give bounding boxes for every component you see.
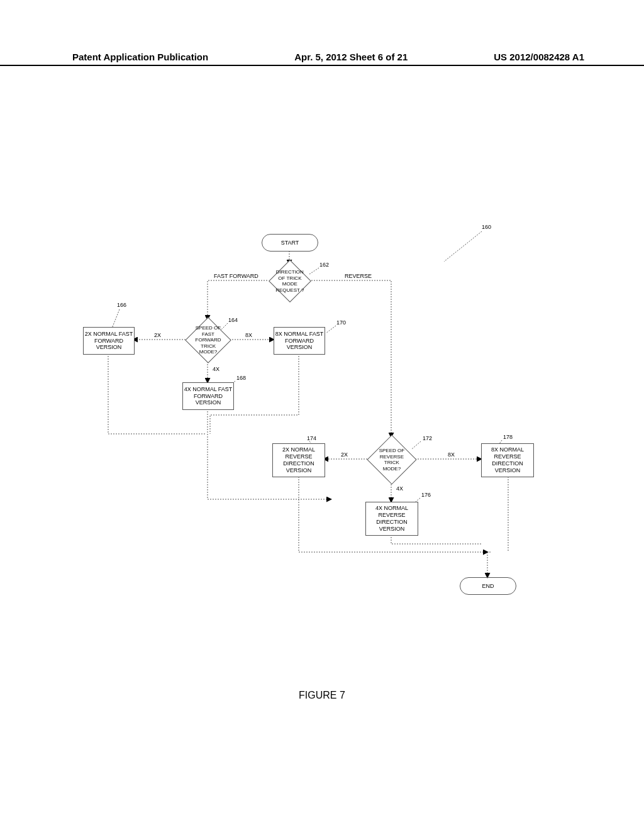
ref-162: 162 — [319, 262, 329, 268]
svg-line-10 — [444, 231, 482, 262]
flowchart: START DIRECTION OF TRICK MODE REQUEST ? … — [82, 226, 572, 679]
box-ff-2x: 2X NORMAL FAST FORWARD VERSION — [83, 327, 135, 355]
figure-caption: FIGURE 7 — [0, 690, 644, 701]
ref-172: 172 — [423, 435, 432, 441]
ref-178: 178 — [503, 434, 513, 440]
end-node: END — [460, 577, 516, 595]
ref-160: 160 — [482, 224, 491, 230]
svg-line-12 — [112, 309, 119, 328]
ref-168: 168 — [236, 375, 246, 381]
header-center: Apr. 5, 2012 Sheet 6 of 21 — [294, 52, 408, 62]
edge-ff-2x: 2X — [154, 332, 161, 338]
svg-line-9 — [309, 268, 319, 274]
svg-line-15 — [412, 441, 421, 449]
header-left: Patent Application Publication — [72, 52, 208, 62]
svg-line-14 — [326, 326, 336, 333]
box-rv-2x: 2X NORMAL REVERSE DIRECTION VERSION — [272, 443, 325, 477]
ref-176: 176 — [421, 492, 431, 498]
ref-166: 166 — [117, 302, 126, 308]
box-ff-8x: 8X NORMAL FAST FORWARD VERSION — [274, 327, 325, 355]
box-rv-8x: 8X NORMAL REVERSE DIRECTION VERSION — [481, 443, 534, 477]
edge-ff-8x: 8X — [245, 332, 252, 338]
ref-174: 174 — [307, 435, 316, 441]
ref-164: 164 — [228, 317, 238, 323]
ref-170: 170 — [336, 319, 346, 326]
edge-rv-2x: 2X — [341, 451, 348, 458]
box-rv-4x: 4X NORMAL REVERSE DIRECTION VERSION — [365, 502, 418, 536]
edge-reverse: REVERSE — [345, 273, 372, 279]
header-right: US 2012/0082428 A1 — [494, 52, 584, 62]
edge-ff-4x: 4X — [213, 366, 219, 372]
box-ff-4x: 4X NORMAL FAST FORWARD VERSION — [182, 382, 234, 410]
edge-fast-forward: FAST FORWARD — [214, 273, 258, 279]
edge-rv-8x: 8X — [448, 451, 455, 458]
edge-rv-4x: 4X — [396, 485, 403, 492]
start-node: START — [262, 234, 318, 252]
